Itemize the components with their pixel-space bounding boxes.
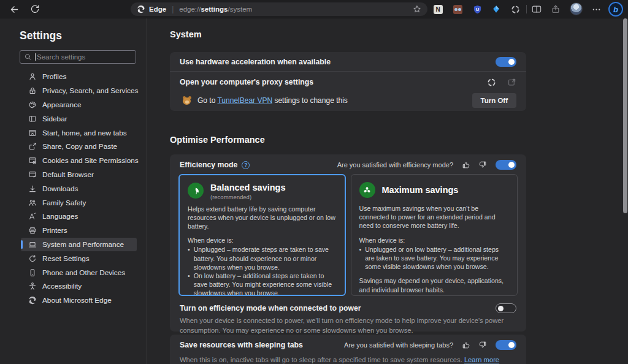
sleeping-tabs-description: When this is on, inactive tabs will go t… — [170, 355, 526, 364]
sidebar-item-profiles[interactable]: Profiles — [21, 70, 137, 84]
sleeping-tabs-label: Save resources with sleeping tabs — [180, 341, 303, 349]
maximum-outro: Savings may depend on your device, appli… — [359, 276, 510, 294]
efficiency-mode-toggle[interactable] — [496, 160, 516, 170]
sidebar-item-printers[interactable]: Printers — [21, 224, 137, 238]
default-browser-icon — [28, 170, 37, 179]
thumbs-up-icon[interactable] — [461, 340, 471, 350]
learn-more-link[interactable]: Learn more — [464, 356, 499, 363]
plugged-in-description: When your device is connected to power, … — [170, 316, 519, 336]
sidebar-item-privacy[interactable]: Privacy, Search, and Services — [21, 84, 137, 98]
sidebar-item-about-edge[interactable]: About Microsoft Edge — [21, 294, 137, 308]
more-menu-icon[interactable] — [589, 2, 603, 16]
drop-extension-icon[interactable] — [491, 4, 501, 14]
appearance-icon — [28, 100, 37, 109]
help-icon[interactable]: ? — [242, 161, 250, 169]
svg-text:U: U — [475, 6, 478, 12]
balanced-intro: Helps extend battery life by saving comp… — [188, 205, 337, 231]
favorite-star-icon[interactable] — [413, 5, 421, 13]
sidebar-item-languages[interactable]: Languages — [21, 210, 137, 224]
sidebar-item-phone-devices[interactable]: Phone and Other Devices — [21, 265, 137, 279]
hardware-acceleration-toggle[interactable] — [496, 57, 516, 67]
settings-content: System Use hardware acceleration when av… — [147, 18, 628, 364]
ublock-extension-icon[interactable]: U — [472, 4, 482, 14]
settings-sidebar: Settings Profiles Privacy, Search, and S… — [0, 18, 147, 364]
plugged-in-row: Turn on efficiency mode when connected t… — [170, 301, 526, 316]
sidebar-nav: Profiles Privacy, Search, and Services A… — [21, 70, 137, 308]
sidebar-item-appearance[interactable]: Appearance — [21, 98, 137, 112]
notion-extension-icon[interactable]: N — [433, 4, 443, 14]
sidebar-item-accessibility[interactable]: Accessibility — [21, 279, 137, 294]
downloads-icon — [28, 184, 37, 193]
edge-logo-icon — [137, 5, 145, 13]
sidebar-item-system-performance[interactable]: System and Performance — [21, 238, 137, 252]
sidebar-item-family-safety[interactable]: Family Safety — [21, 195, 137, 210]
vpn-ring-icon[interactable] — [487, 78, 496, 87]
recommended-badge: (recommended) — [210, 194, 286, 200]
search-icon — [25, 53, 31, 61]
turn-off-button[interactable]: Turn Off — [472, 93, 517, 108]
maximum-savings-option[interactable]: Maximum savings Use maximum savings when… — [351, 174, 518, 296]
split-screen-icon[interactable] — [530, 2, 543, 16]
plugged-in-toggle[interactable] — [496, 303, 516, 313]
sidebar-item-reset-settings[interactable]: Reset Settings — [21, 251, 137, 265]
efficiency-feedback-question: Are you satisfied with efficiency mode? — [337, 161, 453, 169]
sidebar-item-share-copy-paste[interactable]: Share, Copy and Paste — [21, 140, 137, 154]
plugged-in-label: Turn on efficiency mode when connected t… — [180, 304, 361, 313]
profiles-icon — [28, 72, 37, 81]
thumbs-down-icon[interactable] — [478, 160, 488, 170]
url-brand-label: Edge — [149, 6, 166, 13]
reader-extension-icon[interactable] — [453, 4, 462, 14]
efficiency-options: Balanced savings (recommended) Helps ext… — [170, 174, 526, 296]
address-bar[interactable]: Edge | edge://settings/system — [131, 2, 427, 16]
balanced-when-label: When device is: — [188, 236, 337, 245]
hardware-acceleration-row: Use hardware acceleration when available — [170, 52, 526, 71]
thumbs-up-icon[interactable] — [461, 160, 471, 170]
sleeping-tabs-card: Save resources with sleeping tabs Are yo… — [170, 335, 526, 364]
family-safety-icon — [28, 199, 37, 207]
sidebar-item-start-home-tabs[interactable]: Start, home, and new tabs — [21, 126, 137, 140]
back-icon[interactable] — [7, 2, 21, 16]
thumbs-down-icon[interactable] — [478, 340, 488, 350]
tunnelbear-icon — [182, 96, 192, 105]
url-text: edge://settings/system — [179, 6, 252, 13]
sidebar-panel-icon — [28, 115, 37, 123]
page-title: Settings — [20, 29, 62, 42]
toolbar-divider — [526, 5, 527, 13]
phone-icon — [28, 268, 37, 277]
url-separator: | — [172, 5, 174, 13]
open-external-icon — [507, 78, 516, 87]
system-card: Use hardware acceleration when available… — [170, 52, 526, 111]
maximum-savings-icon — [359, 182, 375, 198]
sidebar-item-sidebar[interactable]: Sidebar — [21, 112, 137, 126]
share-icon[interactable] — [549, 2, 562, 16]
balanced-savings-icon — [188, 183, 204, 199]
bing-copilot-icon[interactable]: b — [608, 2, 623, 17]
tunnelbear-vpn-link[interactable]: TunnelBear VPN — [217, 96, 272, 105]
system-heading: System — [170, 29, 202, 39]
balanced-savings-option[interactable]: Balanced savings (recommended) Helps ext… — [178, 174, 346, 296]
sidebar-item-cookies-permissions[interactable]: Cookies and Site Permissions — [21, 154, 137, 168]
scrollbar[interactable] — [623, 18, 627, 213]
maximum-intro: Use maximum savings when you can't be co… — [359, 204, 510, 230]
languages-icon — [28, 212, 37, 221]
maximum-savings-title: Maximum savings — [382, 185, 459, 195]
proxy-settings-label: Open your computer's proxy settings — [180, 78, 313, 86]
ring-extension-icon[interactable] — [510, 4, 520, 14]
sidebar-item-downloads[interactable]: Downloads — [21, 181, 137, 195]
sidebar-item-default-browser[interactable]: Default Browser — [21, 168, 137, 182]
sleeping-tabs-row: Save resources with sleeping tabs Are yo… — [170, 336, 526, 354]
search-input[interactable] — [37, 53, 131, 61]
maximum-when-label: When device is: — [359, 236, 510, 245]
efficiency-mode-card: Efficiency mode ? Are you satisfied with… — [170, 154, 526, 332]
tunnelbear-row: Go to TunnelBear VPN settings to change … — [170, 93, 526, 111]
balanced-bullet-1: •Unplugged – moderate steps are taken to… — [188, 245, 337, 271]
balanced-savings-title: Balanced savings — [210, 183, 286, 193]
refresh-icon[interactable] — [28, 2, 42, 16]
profile-avatar[interactable] — [570, 2, 583, 15]
laptop-icon — [28, 240, 37, 249]
tunnelbear-text: Go to TunnelBear VPN settings to change … — [197, 96, 348, 105]
sleeping-tabs-toggle[interactable] — [496, 340, 516, 350]
selection-indicator — [21, 240, 23, 249]
search-box[interactable] — [20, 50, 136, 64]
accessibility-icon — [28, 282, 37, 290]
